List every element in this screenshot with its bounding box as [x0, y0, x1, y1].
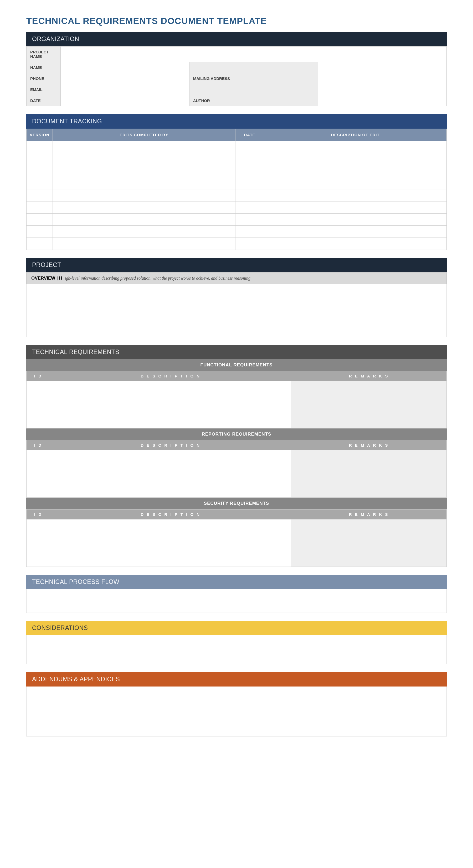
tracking-cell-description[interactable] — [264, 238, 447, 250]
tracking-cell-version[interactable] — [27, 165, 53, 177]
document-title: TECHNICAL REQUIREMENTS DOCUMENT TEMPLATE — [26, 16, 447, 26]
tracking-cell-version[interactable] — [27, 177, 53, 189]
req-col-description: D E S C R I P T I O N — [50, 440, 291, 450]
req-table: I DD E S C R I P T I O NR E M A R K S — [26, 440, 447, 498]
field-name[interactable] — [61, 62, 190, 73]
overview-strip: OVERVIEW | H igh-level information descr… — [26, 272, 447, 284]
addendums-heading: ADDENDUMS & APPENDICES — [26, 672, 447, 686]
req-col-remarks: R E M A R K S — [291, 440, 447, 450]
tracking-cell-version[interactable] — [27, 153, 53, 165]
tracking-cell-version[interactable] — [27, 202, 53, 214]
req-cell-description[interactable] — [50, 450, 291, 498]
tracking-cell-version[interactable] — [27, 226, 53, 238]
field-phone[interactable] — [61, 73, 190, 84]
req-cell-description[interactable] — [50, 520, 291, 567]
req-col-id: I D — [27, 371, 50, 381]
label-phone: PHONE — [27, 73, 61, 84]
considerations-body[interactable] — [26, 635, 447, 664]
addendums-body[interactable] — [26, 686, 447, 737]
table-row — [27, 238, 447, 250]
col-version: VERSION — [27, 129, 53, 141]
project-heading: PROJECT — [26, 258, 447, 272]
organization-table: PROJECT NAME NAME MAILING ADDRESS PHONE … — [26, 46, 447, 106]
addendums-section: ADDENDUMS & APPENDICES — [26, 672, 447, 737]
field-project-name[interactable] — [61, 46, 447, 62]
label-project-name: PROJECT NAME — [27, 46, 61, 62]
tracking-cell-edits_completed_by[interactable] — [53, 202, 235, 214]
col-date: DATE — [235, 129, 264, 141]
tracking-cell-description[interactable] — [264, 153, 447, 165]
tracking-cell-edits_completed_by[interactable] — [53, 165, 235, 177]
process-flow-section: TECHNICAL PROCESS FLOW — [26, 575, 447, 613]
tracking-heading: DOCUMENT TRACKING — [26, 114, 447, 129]
req-cell-id[interactable] — [27, 520, 50, 567]
tracking-cell-edits_completed_by[interactable] — [53, 177, 235, 189]
col-description: DESCRIPTION OF EDIT — [264, 129, 447, 141]
req-cell-remarks[interactable] — [291, 450, 447, 498]
label-mailing-address: MAILING ADDRESS — [189, 62, 318, 95]
organization-heading: ORGANIZATION — [26, 32, 447, 46]
tracking-cell-date[interactable] — [235, 141, 264, 153]
considerations-section: CONSIDERATIONS — [26, 621, 447, 664]
tracking-cell-version[interactable] — [27, 238, 53, 250]
req-col-description: D E S C R I P T I O N — [50, 371, 291, 381]
tech-req-heading: TECHNICAL REQUIREMENTS — [26, 345, 447, 359]
req-cell-id[interactable] — [27, 450, 50, 498]
req-col-id: I D — [27, 440, 50, 450]
tracking-cell-date[interactable] — [235, 226, 264, 238]
table-row — [27, 520, 447, 567]
organization-section: ORGANIZATION PROJECT NAME NAME MAILING A… — [26, 32, 447, 106]
field-email[interactable] — [61, 84, 190, 95]
tracking-cell-date[interactable] — [235, 165, 264, 177]
table-row — [27, 202, 447, 214]
tracking-cell-edits_completed_by[interactable] — [53, 153, 235, 165]
tracking-cell-version[interactable] — [27, 214, 53, 226]
tracking-cell-description[interactable] — [264, 165, 447, 177]
req-cell-remarks[interactable] — [291, 381, 447, 429]
col-edits-by: EDITS COMPLETED BY — [53, 129, 235, 141]
field-mailing-address[interactable] — [318, 62, 447, 95]
req-group-title: SECURITY REQUIREMENTS — [26, 498, 447, 509]
table-row — [27, 450, 447, 498]
process-flow-heading: TECHNICAL PROCESS FLOW — [26, 575, 447, 589]
overview-body[interactable] — [26, 284, 447, 337]
req-col-remarks: R E M A R K S — [291, 371, 447, 381]
tracking-cell-date[interactable] — [235, 238, 264, 250]
project-section: PROJECT OVERVIEW | H igh-level informati… — [26, 258, 447, 337]
tracking-cell-edits_completed_by[interactable] — [53, 189, 235, 202]
process-flow-body[interactable] — [26, 589, 447, 613]
tracking-cell-description[interactable] — [264, 202, 447, 214]
req-cell-id[interactable] — [27, 381, 50, 429]
label-date: DATE — [27, 95, 61, 106]
req-cell-remarks[interactable] — [291, 520, 447, 567]
tracking-cell-description[interactable] — [264, 214, 447, 226]
tracking-table: VERSION EDITS COMPLETED BY DATE DESCRIPT… — [26, 129, 447, 250]
tracking-cell-date[interactable] — [235, 153, 264, 165]
field-author[interactable] — [318, 95, 447, 106]
tracking-cell-description[interactable] — [264, 177, 447, 189]
overview-label: OVERVIEW | H — [31, 276, 62, 281]
table-row — [27, 153, 447, 165]
tracking-cell-date[interactable] — [235, 189, 264, 202]
tracking-cell-date[interactable] — [235, 214, 264, 226]
field-date[interactable] — [61, 95, 190, 106]
tracking-cell-description[interactable] — [264, 226, 447, 238]
tracking-cell-edits_completed_by[interactable] — [53, 214, 235, 226]
table-row — [27, 165, 447, 177]
tracking-cell-date[interactable] — [235, 177, 264, 189]
req-col-description: D E S C R I P T I O N — [50, 509, 291, 520]
tech-req-section: TECHNICAL REQUIREMENTS FUNCTIONAL REQUIR… — [26, 345, 447, 567]
tracking-cell-description[interactable] — [264, 141, 447, 153]
tracking-cell-date[interactable] — [235, 202, 264, 214]
tracking-cell-version[interactable] — [27, 189, 53, 202]
table-row — [27, 214, 447, 226]
label-author: AUTHOR — [189, 95, 318, 106]
req-col-remarks: R E M A R K S — [291, 509, 447, 520]
tracking-cell-edits_completed_by[interactable] — [53, 238, 235, 250]
tracking-cell-version[interactable] — [27, 141, 53, 153]
req-cell-description[interactable] — [50, 381, 291, 429]
tracking-cell-description[interactable] — [264, 189, 447, 202]
tracking-cell-edits_completed_by[interactable] — [53, 226, 235, 238]
tracking-cell-edits_completed_by[interactable] — [53, 141, 235, 153]
table-row — [27, 381, 447, 429]
